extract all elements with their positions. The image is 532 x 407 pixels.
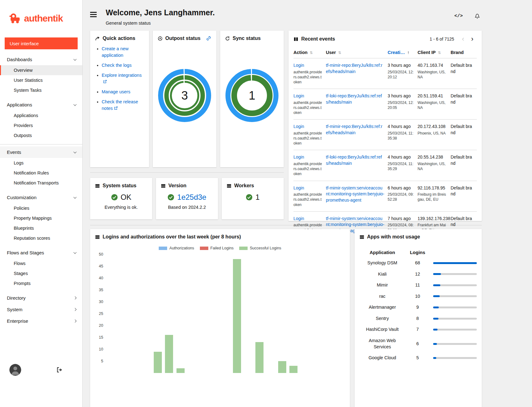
sidebar-item-user-statistics[interactable]: User Statistics	[0, 75, 82, 85]
bar-successful-logins[interactable]	[289, 366, 297, 373]
quick-action-link-manage-users[interactable]: Manage users	[102, 89, 130, 94]
sort-toggle-icon[interactable]: ⇅	[310, 51, 313, 55]
sidebar-section-toggle-flows-and-stages[interactable]: Flows and Stages	[0, 247, 82, 258]
chevron-down-icon	[74, 196, 77, 199]
sidebar-item-providers[interactable]: Providers	[0, 120, 82, 130]
column-header-creation[interactable]: Creation↑	[388, 47, 418, 58]
divider	[90, 172, 284, 173]
event-row[interactable]: Loginauthentik.providers.oauth2.views.to…	[293, 58, 477, 89]
bar-successful-logins[interactable]	[278, 361, 286, 373]
app-usage-bar	[433, 343, 477, 345]
sidebar-section-toggle-applications[interactable]: Applications	[0, 99, 82, 110]
quick-action-item: Manage users	[102, 89, 144, 95]
user-interface-button[interactable]: User interface	[5, 37, 78, 49]
sidebar-item-flows[interactable]: Flows	[0, 258, 82, 268]
sidebar-item-blueprints[interactable]: Blueprints	[0, 223, 82, 233]
event-row[interactable]: Loginauthentik.providers.oauth2.views.to…	[293, 181, 477, 211]
app-login-count: 7	[405, 326, 430, 333]
sidebar-item-applications[interactable]: Applications	[0, 110, 82, 120]
quick-action-link-check-the-release-notes[interactable]: Check the release notes	[102, 99, 138, 111]
sort-toggle-icon[interactable]: ⇅	[438, 51, 441, 55]
sidebar-item-notification-transports[interactable]: Notification Transports	[0, 178, 82, 188]
pagination-top: 1 - 6 of 7125 ‹ ›	[430, 36, 477, 42]
bar-successful-logins[interactable]	[177, 368, 185, 373]
event-timestamp: 25/03/2024, 12:20:05	[388, 100, 414, 110]
bar-successful-logins[interactable]	[255, 342, 264, 373]
app-usage-bar	[433, 262, 477, 264]
event-brand: Default brand	[451, 150, 477, 181]
app-name: rac	[363, 293, 402, 300]
sidebar-item-notification-rules[interactable]: Notification Rules	[0, 168, 82, 178]
app-usage-row: Mimir11	[360, 280, 477, 291]
chart-slot	[163, 335, 175, 373]
bar-successful-logins[interactable]	[165, 335, 173, 373]
quick-action-item: Check the logs	[102, 62, 144, 69]
event-user-link[interactable]: tf-mimir-repo:BeryJu/k8s:ref:refs/heads/…	[326, 124, 382, 135]
event-user-link[interactable]: tf-loki-repo:BeryJu/k8s:ref:refs/heads/m…	[326, 154, 382, 166]
sidebar-section-toggle-directory[interactable]: Directory	[0, 292, 82, 304]
sidebar-section-toggle-enterprise[interactable]: Enterprise	[0, 315, 82, 327]
sidebar-section-toggle-dashboards[interactable]: Dashboards	[0, 54, 82, 65]
sort-ascending-icon[interactable]: ↑	[407, 50, 409, 55]
event-action-link[interactable]: Login	[293, 63, 304, 68]
sidebar-section-flows-and-stages: Flows and StagesFlowsStagesPrompts	[0, 247, 82, 288]
system-status-card: System status OK Everything is ok.	[90, 178, 152, 219]
sync-status-donut[interactable]: 1	[225, 69, 279, 122]
app-usage-bar-fill	[433, 343, 437, 345]
sidebar-item-outposts[interactable]: Outposts	[0, 130, 82, 140]
event-context: authentik.providers.oauth2.views.token	[293, 161, 323, 177]
event-client-ip: 92.116.178.95	[418, 185, 447, 191]
column-header-client-ip[interactable]: Client IP⇅	[418, 47, 451, 58]
app-usage-bar	[433, 284, 477, 286]
event-action-link[interactable]: Login	[293, 185, 304, 190]
event-row[interactable]: Loginauthentik.providers.oauth2.views.to…	[293, 150, 477, 181]
app-usage-bar	[433, 295, 477, 297]
quick-action-link-create-a-new-application[interactable]: Create a new application	[102, 46, 128, 58]
outpost-status-donut[interactable]: 3	[158, 69, 211, 122]
api-code-icon[interactable]: </>	[454, 13, 463, 19]
sidebar-item-system-tasks[interactable]: System Tasks	[0, 85, 82, 95]
logout-icon[interactable]	[56, 367, 62, 373]
event-action-link[interactable]: Login	[293, 154, 304, 159]
sidebar-item-stages[interactable]: Stages	[0, 268, 82, 278]
sidebar-item-policies[interactable]: Policies	[0, 203, 82, 213]
event-action-link[interactable]: Login	[293, 216, 304, 221]
column-header-brand[interactable]: Brand	[451, 47, 477, 58]
column-header-user[interactable]: User⇅	[326, 47, 388, 58]
event-user-link[interactable]: tf-mimir-system:serviceaccount:monitorin…	[326, 185, 384, 203]
check-circle-icon	[246, 194, 253, 201]
menu-toggle-icon[interactable]	[90, 12, 97, 26]
sort-toggle-icon[interactable]: ⇅	[338, 51, 341, 55]
event-row[interactable]: Loginauthentik.providers.oauth2.views.to…	[293, 120, 477, 150]
sidebar-section-toggle-events[interactable]: Events	[0, 146, 82, 158]
event-action-link[interactable]: Login	[293, 124, 304, 129]
event-row[interactable]: Loginauthentik.providers.oauth2.views.to…	[293, 89, 477, 120]
version-link[interactable]: 1e25d3e	[177, 193, 206, 202]
event-action-link[interactable]: Login	[293, 93, 304, 98]
event-timestamp: 25/03/2024, 11:35:38	[388, 131, 414, 141]
sidebar-item-overview[interactable]: Overview	[0, 65, 82, 75]
sidebar-section-toggle-system[interactable]: System	[0, 304, 82, 315]
sidebar-item-logs[interactable]: Logs	[0, 158, 82, 168]
avatar[interactable]	[9, 364, 21, 376]
sidebar-section-toggle-customization[interactable]: Customization	[0, 192, 82, 203]
app-usage-bar-fill	[433, 295, 440, 297]
notifications-bell-icon[interactable]	[474, 12, 481, 19]
event-user-link[interactable]: tf-loki-repo:BeryJu/k8s:ref:refs/heads/m…	[326, 93, 382, 105]
pagination-prev-button[interactable]: ‹	[458, 36, 467, 42]
sidebar-item-property-mappings[interactable]: Property Mappings	[0, 213, 82, 223]
event-timestamp: 25/03/2024, 12:20:12	[388, 70, 414, 80]
sidebar-item-prompts[interactable]: Prompts	[0, 278, 82, 288]
pagination-next-button[interactable]: ›	[468, 36, 477, 42]
bar-successful-logins[interactable]	[233, 259, 241, 373]
event-user-link[interactable]: tf-mimir-repo:BeryJu/k8s:ref:refs/heads/…	[326, 63, 382, 74]
authentik-logo[interactable]: authentik	[0, 0, 82, 29]
quick-action-link-check-the-logs[interactable]: Check the logs	[102, 63, 132, 68]
column-header-action[interactable]: Action⇅	[293, 47, 326, 58]
quick-action-link-explore-integrations[interactable]: Explore integrations	[102, 73, 142, 78]
quick-action-item: Explore integrations	[102, 72, 144, 85]
outpost-link-icon[interactable]	[206, 36, 211, 41]
bar-successful-logins[interactable]	[154, 352, 162, 373]
sidebar-item-reputation-scores[interactable]: Reputation scores	[0, 233, 82, 243]
event-time-ago: 4 hours ago	[388, 154, 414, 160]
